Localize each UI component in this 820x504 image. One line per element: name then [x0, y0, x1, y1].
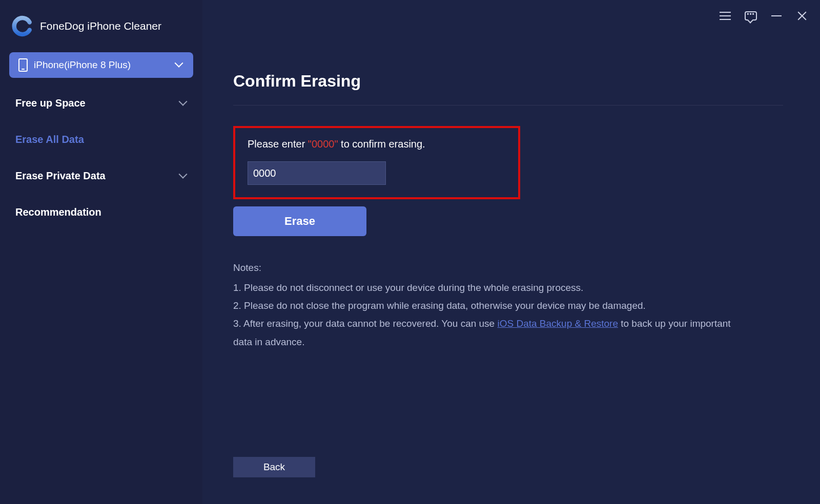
sidebar-item-label: Erase All Data [15, 134, 84, 145]
sidebar-item-label: Erase Private Data [15, 170, 106, 182]
confirm-prompt: Please enter "0000" to confirm erasing. [248, 138, 506, 150]
sidebar-item-free-up-space[interactable]: Free up Space [9, 85, 193, 121]
device-selector-label: iPhone(iPhone 8 Plus) [34, 59, 131, 71]
sidebar-item-erase-private-data[interactable]: Erase Private Data [9, 158, 193, 194]
prompt-code: "0000" [308, 138, 338, 150]
sidebar-item-erase-all-data[interactable]: Erase All Data [9, 121, 193, 158]
note-3: 3. After erasing, your data cannot be re… [233, 314, 735, 350]
prompt-prefix: Please enter [248, 138, 308, 150]
confirm-code-input[interactable] [248, 161, 386, 185]
phone-icon [18, 58, 28, 72]
main: Confirm Erasing Please enter "0000" to c… [202, 0, 820, 504]
back-button[interactable]: Back [233, 457, 315, 477]
chevron-down-icon [180, 100, 187, 107]
app-logo-icon [11, 15, 33, 37]
app-title: FoneDog iPhone Cleaner [40, 20, 161, 32]
chevron-down-icon [176, 61, 183, 69]
notes: Notes: 1. Please do not disconnect or us… [233, 259, 735, 351]
device-selector[interactable]: iPhone(iPhone 8 Plus) [9, 52, 193, 78]
close-icon [797, 11, 807, 21]
feedback-button[interactable] [744, 9, 757, 23]
prompt-suffix: to confirm erasing. [338, 138, 425, 150]
confirm-highlight-box: Please enter "0000" to confirm erasing. [233, 126, 520, 199]
menu-button[interactable] [719, 9, 732, 23]
note-3-prefix: 3. After erasing, your data cannot be re… [233, 318, 497, 329]
notes-heading: Notes: [233, 259, 735, 277]
minimize-icon [771, 15, 782, 16]
ios-backup-link[interactable]: iOS Data Backup & Restore [497, 318, 618, 329]
chat-icon [745, 11, 757, 20]
close-button[interactable] [795, 9, 809, 23]
note-1: 1. Please do not disconnect or use your … [233, 279, 735, 297]
content: Confirm Erasing Please enter "0000" to c… [202, 0, 820, 351]
divider [233, 105, 783, 106]
note-2: 2. Please do not close the program while… [233, 297, 735, 314]
erase-button[interactable]: Erase [233, 206, 366, 236]
chevron-down-icon [180, 173, 187, 180]
sidebar-item-recommendation[interactable]: Recommendation [9, 194, 193, 230]
menu-icon [720, 15, 731, 16]
minimize-button[interactable] [770, 9, 783, 23]
sidebar: FoneDog iPhone Cleaner iPhone(iPhone 8 P… [0, 0, 202, 504]
brand: FoneDog iPhone Cleaner [11, 15, 193, 37]
page-title: Confirm Erasing [233, 72, 783, 91]
sidebar-item-label: Free up Space [15, 97, 86, 109]
titlebar [719, 9, 809, 23]
sidebar-item-label: Recommendation [15, 206, 101, 218]
